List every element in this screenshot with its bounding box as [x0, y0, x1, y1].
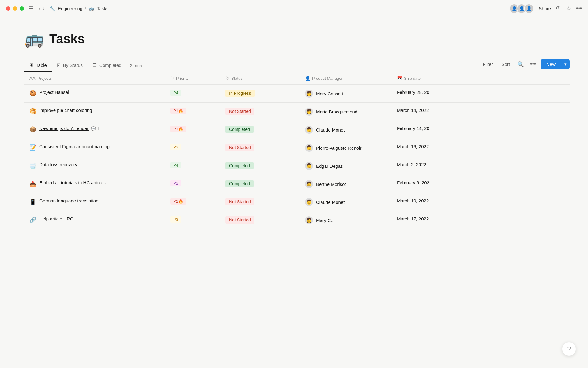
pm-avatar: 👨: [305, 162, 313, 170]
priority-cell: P4: [165, 85, 221, 103]
project-cell: 📥 Embed all tutorials in HC articles: [24, 175, 165, 193]
maximize-traffic-light[interactable]: [20, 6, 24, 11]
project-emoji: 🍪: [29, 90, 36, 97]
sort-button[interactable]: Sort: [499, 60, 513, 68]
table-icon: ⊞: [29, 62, 33, 68]
col-header-pm[interactable]: 👤 Product Manager: [300, 72, 392, 85]
history-icon[interactable]: ⏱: [556, 5, 561, 12]
pm-cell: 👨 Pierre-Auguste Renoir: [300, 139, 392, 157]
pm-name: Marie Bracquemond: [316, 109, 357, 114]
avatars-group: 👤 👤 👤: [509, 4, 534, 13]
pm-cell: 👨 Edgar Degas: [300, 157, 392, 175]
status-badge[interactable]: Completed: [225, 162, 254, 169]
project-name: Project Hansel: [39, 90, 69, 95]
priority-badge[interactable]: P3: [170, 216, 181, 223]
status-badge[interactable]: Not Started: [225, 216, 254, 224]
hamburger-icon[interactable]: ☰: [29, 5, 34, 12]
priority-cell: P1🔥: [165, 193, 221, 211]
more-tabs-button[interactable]: 2 more...: [126, 60, 151, 71]
pm-name: Claude Monet: [316, 127, 345, 132]
help-button[interactable]: ?: [562, 342, 576, 356]
table-row[interactable]: 📝 Consistent Figma artboard naming P3 No…: [24, 139, 570, 157]
status-badge[interactable]: Not Started: [225, 108, 254, 115]
col-header-ship[interactable]: 📅 Ship date: [392, 72, 570, 85]
project-cell: 📱 German language translation: [24, 193, 165, 211]
page-header: 🚌 Tasks: [24, 29, 570, 48]
priority-badge[interactable]: P1🔥: [170, 108, 186, 114]
col-header-priority[interactable]: ♡ Priority: [165, 72, 221, 85]
project-name[interactable]: New emojis don't render: [39, 126, 89, 131]
pm-cell: 👩 Mary Cassatt: [300, 85, 392, 103]
filter-button[interactable]: Filter: [480, 60, 495, 68]
status-badge[interactable]: Not Started: [225, 198, 254, 205]
close-traffic-light[interactable]: [6, 6, 10, 11]
ship-date-cell: March 16, 2022: [392, 139, 570, 157]
pm-name: Berthe Morisot: [316, 182, 346, 187]
tab-by-status[interactable]: ⊡ By Status: [52, 59, 88, 72]
project-name: Help article HRC...: [39, 216, 77, 221]
project-emoji: 📦: [29, 126, 36, 133]
share-button[interactable]: Share: [539, 6, 551, 11]
status-cell: Not Started: [221, 211, 300, 229]
status-badge[interactable]: Completed: [225, 180, 254, 187]
tab-completed[interactable]: ☰ Completed: [88, 59, 126, 72]
pm-cell: 👩 Marie Bracquemond: [300, 103, 392, 121]
status-cell: Not Started: [221, 139, 300, 157]
pm-name: Pierre-Auguste Renoir: [316, 145, 361, 151]
search-icon[interactable]: 🔍: [516, 60, 525, 69]
new-button[interactable]: New: [541, 59, 561, 69]
more-options-icon[interactable]: •••: [576, 5, 582, 12]
col-header-status[interactable]: ♡ Status: [221, 72, 300, 85]
table-row[interactable]: 📱 German language translation P1🔥 Not St…: [24, 193, 570, 211]
table-row[interactable]: 📥 Embed all tutorials in HC articles P2 …: [24, 175, 570, 193]
col-header-projects[interactable]: 𝖠𝖠 Projects: [24, 72, 165, 85]
project-name: German language translation: [39, 198, 98, 203]
tab-completed-label: Completed: [99, 63, 122, 68]
tabs-actions: Filter Sort 🔍 ••• New ▾: [480, 59, 570, 72]
status-cell: Completed: [221, 157, 300, 175]
table-row[interactable]: 🔗 Help article HRC... P3 Not Started 👩 M…: [24, 211, 570, 229]
status-badge[interactable]: In Progress: [225, 90, 255, 97]
priority-cell: P3: [165, 211, 221, 229]
priority-cell: P1🔥: [165, 121, 221, 139]
priority-badge[interactable]: P3: [170, 144, 181, 150]
breadcrumb-page[interactable]: Tasks: [97, 6, 108, 11]
new-button-group: New ▾: [541, 59, 570, 69]
table-row[interactable]: 🗒️ Data loss recovery P4 Completed 👨 Edg…: [24, 157, 570, 175]
priority-badge[interactable]: P1🔥: [170, 126, 186, 132]
status-badge[interactable]: Not Started: [225, 144, 254, 151]
new-button-dropdown[interactable]: ▾: [561, 59, 570, 69]
project-name: Embed all tutorials in HC articles: [39, 180, 106, 185]
pm-name: Mary C...: [316, 218, 335, 223]
back-arrow-icon[interactable]: ‹: [39, 5, 40, 12]
project-cell: 🗒️ Data loss recovery: [24, 157, 165, 175]
ship-date-cell: March 10, 2022: [392, 193, 570, 211]
minimize-traffic-light[interactable]: [13, 6, 17, 11]
table-row[interactable]: 🥞 Improve pie chart coloring P1🔥 Not Sta…: [24, 103, 570, 121]
star-icon[interactable]: ☆: [566, 5, 571, 12]
status-badge[interactable]: Completed: [225, 126, 254, 133]
priority-badge[interactable]: P2: [170, 180, 181, 186]
status-col-icon: ♡: [225, 76, 229, 81]
project-name: Improve pie chart coloring: [39, 108, 92, 113]
priority-badge[interactable]: P4: [170, 162, 181, 168]
table-row[interactable]: 🍪 Project Hansel P4 In Progress 👩 Mary C…: [24, 85, 570, 103]
col-label-priority: Priority: [176, 76, 188, 81]
project-name: Consistent Figma artboard naming: [39, 144, 110, 149]
breadcrumb-workspace[interactable]: Engineering: [58, 6, 82, 11]
page-content: 🚌 Tasks ⊞ Table ⊡ By Status ☰ Completed …: [0, 17, 588, 242]
forward-arrow-icon[interactable]: ›: [43, 5, 45, 12]
pm-col-icon: 👤: [305, 76, 310, 81]
project-emoji: 📝: [29, 144, 36, 151]
more-actions-icon[interactable]: •••: [529, 60, 537, 69]
workspace-icon: 🔧: [50, 6, 55, 11]
table-row[interactable]: 📦 New emojis don't render💬 1 P1🔥 Complet…: [24, 121, 570, 139]
priority-badge[interactable]: P4: [170, 90, 181, 96]
col-label-projects: Projects: [37, 76, 52, 81]
pm-name: Claude Monet: [316, 200, 345, 205]
tab-table[interactable]: ⊞ Table: [24, 59, 52, 72]
project-emoji: 🔗: [29, 217, 36, 223]
priority-cell: P2: [165, 175, 221, 193]
priority-badge[interactable]: P1🔥: [170, 198, 186, 205]
project-emoji: 📱: [29, 198, 36, 205]
